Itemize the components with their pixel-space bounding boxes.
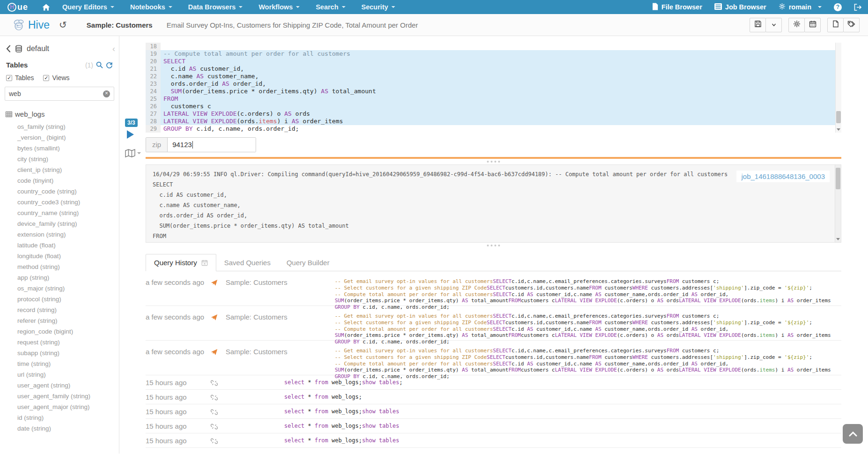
variable-value-input[interactable]: 94123	[168, 138, 256, 152]
sql-token: WHERE	[633, 285, 648, 291]
editor-line[interactable]: 25FROM	[146, 95, 841, 103]
column-item[interactable]: bytes (smallint)	[0, 143, 119, 154]
menu-workflows[interactable]: Workflows	[258, 3, 300, 11]
logout-icon[interactable]	[854, 4, 861, 11]
history-row[interactable]: 15 hours agoselect * from web_logs;	[146, 390, 841, 404]
editor-line[interactable]: 29GROUP BY c.id, c.name, ords.order_id;	[146, 125, 841, 133]
column-item[interactable]: date (string)	[0, 423, 119, 434]
home-icon[interactable]	[42, 4, 50, 11]
editor-line[interactable]: 21 c.id AS customer_id,	[146, 65, 841, 73]
new-query-button[interactable]	[827, 18, 844, 32]
tags-button[interactable]	[843, 18, 860, 32]
save-dropdown-button[interactable]	[765, 18, 782, 32]
filter-tables-checkbox[interactable]: ✓Tables	[6, 74, 34, 82]
column-item[interactable]: _version_ (bigint)	[0, 132, 119, 143]
column-item[interactable]: protocol (string)	[0, 294, 119, 305]
job-browser-link[interactable]: Job Browser	[714, 3, 766, 11]
sql-token: ].zip_code =	[744, 285, 784, 291]
editor-scrollbar[interactable]	[835, 43, 841, 133]
table-search-input[interactable]	[9, 90, 103, 97]
editor-line[interactable]: 28LATERAL VIEW EXPLODE(ords.items) i AS …	[146, 118, 841, 125]
history-row[interactable]: a few seconds agoSample: Customers-- Get…	[146, 341, 841, 375]
scrollbar-thumb[interactable]	[836, 168, 840, 189]
column-item[interactable]: device_family (string)	[0, 218, 119, 229]
column-item[interactable]: url (string)	[0, 369, 119, 380]
column-item[interactable]: time (string)	[0, 358, 119, 369]
save-button[interactable]	[750, 18, 766, 32]
menu-security[interactable]: Security	[361, 3, 395, 11]
execute-button[interactable]	[127, 130, 134, 139]
editor-line[interactable]: 19-- Compute total amount per order for …	[146, 50, 841, 58]
column-item[interactable]: id (string)	[0, 412, 119, 423]
column-item[interactable]: country_name (string)	[0, 208, 119, 218]
job-link[interactable]: job_1461888648136_0003	[736, 171, 830, 182]
column-item[interactable]: user_agent (string)	[0, 380, 119, 391]
editor-line[interactable]: 22 c.name AS customer_name,	[146, 73, 841, 80]
hue-logo[interactable]: H ue	[7, 2, 28, 12]
settings-button[interactable]	[788, 18, 805, 32]
app-title[interactable]: Hive	[28, 19, 50, 31]
column-item[interactable]: user_agent_major (string)	[0, 402, 119, 412]
schedule-button[interactable]	[804, 18, 821, 32]
column-item[interactable]: os_major (string)	[0, 283, 119, 294]
resize-handle[interactable]	[146, 159, 841, 164]
column-item[interactable]: code (tinyint)	[0, 175, 119, 186]
sql-editor[interactable]: 1819-- Compute total amount per order fo…	[146, 43, 841, 133]
tab-saved-queries[interactable]: Saved Queries	[216, 254, 279, 271]
column-item[interactable]: method (string)	[0, 261, 119, 272]
editor-line[interactable]: 24 SUM(order_items.price * order_items.q…	[146, 88, 841, 95]
calendar-x-icon[interactable]	[201, 260, 208, 266]
history-row[interactable]: 15 hours agoselect * from web_logs;show …	[146, 419, 841, 433]
query-history-icon[interactable]: ↺	[59, 19, 67, 30]
sidebar-collapse-icon[interactable]: ‹	[112, 44, 115, 54]
column-item[interactable]: request (string)	[0, 337, 119, 348]
history-row[interactable]: 15 hours agoselect * from web_logs;show …	[146, 433, 841, 448]
column-item[interactable]: referer (string)	[0, 315, 119, 326]
tab-query-history[interactable]: Query History	[146, 254, 216, 271]
file-browser-link[interactable]: File Browser	[652, 3, 702, 12]
column-item[interactable]: country_code (string)	[0, 186, 119, 197]
scroll-down-icon[interactable]	[837, 128, 840, 131]
filter-views-checkbox[interactable]: ✓Views	[43, 74, 69, 82]
column-item[interactable]: extension (string)	[0, 229, 119, 240]
column-item[interactable]: app (string)	[0, 272, 119, 283]
column-item[interactable]: record (string)	[0, 305, 119, 315]
database-name[interactable]: default	[27, 45, 49, 53]
column-item[interactable]: region_code (bigint)	[0, 326, 119, 337]
column-item[interactable]: client_ip (string)	[0, 164, 119, 175]
sql-token: GROUP BY	[163, 125, 193, 132]
column-item[interactable]: longitude (float)	[0, 251, 119, 261]
clear-search-icon[interactable]: ×	[103, 90, 110, 97]
table-item[interactable]: web_logs	[0, 110, 119, 118]
column-item[interactable]: country_code3 (string)	[0, 197, 119, 208]
menu-query-editors[interactable]: Query Editors	[62, 3, 114, 11]
editor-line[interactable]: 23 ords.order_id AS order_id,	[146, 80, 841, 88]
resize-handle[interactable]	[146, 243, 841, 248]
map-overview-icon[interactable]	[125, 149, 141, 157]
scrollbar-thumb[interactable]	[836, 111, 841, 123]
history-row[interactable]: a few seconds agoSample: Customers-- Get…	[146, 271, 841, 306]
history-row[interactable]: a few seconds agoSample: Customers-- Get…	[146, 306, 841, 341]
help-icon[interactable]: ?	[834, 3, 842, 11]
history-row[interactable]: 15 hours agoselect * from web_logs;show …	[146, 404, 841, 419]
back-chevron-icon[interactable]	[6, 45, 11, 52]
menu-data-browsers[interactable]: Data Browsers	[188, 3, 243, 11]
menu-search[interactable]: Search	[316, 3, 345, 11]
search-icon[interactable]	[96, 61, 103, 68]
editor-line[interactable]: 18	[146, 43, 841, 50]
column-item[interactable]: city (string)	[0, 154, 119, 164]
editor-line[interactable]: 26 customers c	[146, 103, 841, 110]
column-item[interactable]: subapp (string)	[0, 348, 119, 358]
scroll-down-icon[interactable]	[836, 238, 840, 240]
editor-line[interactable]: 27LATERAL VIEW EXPLODE(c.orders) o AS or…	[146, 110, 841, 118]
log-scrollbar[interactable]	[835, 165, 841, 242]
menu-notebooks[interactable]: Notebooks	[130, 3, 172, 11]
refresh-icon[interactable]	[106, 61, 113, 68]
column-item[interactable]: user_agent_family (string)	[0, 391, 119, 402]
editor-line[interactable]: 20SELECT	[146, 58, 841, 65]
tab-query-builder[interactable]: Query Builder	[279, 254, 338, 271]
column-item[interactable]: os_family (string)	[0, 121, 119, 132]
user-menu[interactable]: romain	[779, 3, 822, 11]
scroll-to-top-button[interactable]	[843, 424, 863, 444]
column-item[interactable]: latitude (float)	[0, 240, 119, 251]
